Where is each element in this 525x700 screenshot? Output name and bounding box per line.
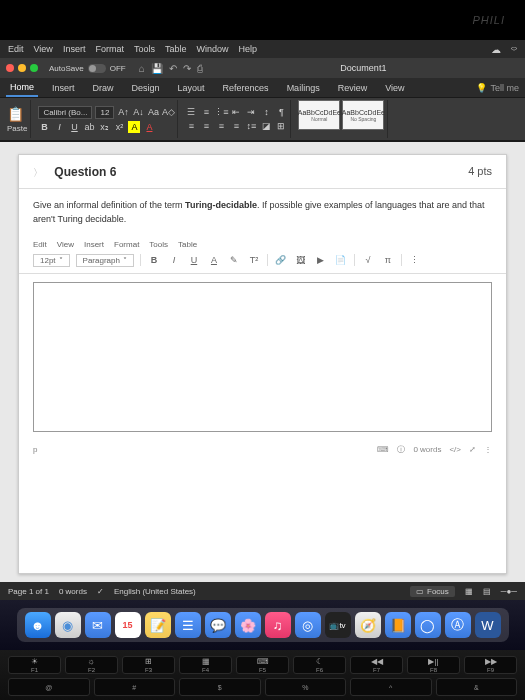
redo-icon[interactable]: ↷ [183,63,191,74]
indent-icon[interactable]: ⇥ [245,106,257,118]
collapse-chevron-icon[interactable]: 〉 [33,167,43,178]
embed-media-icon[interactable]: ▶ [314,253,328,267]
menu-format[interactable]: Format [95,44,124,54]
align-left-icon[interactable]: ≡ [185,120,197,132]
embed-super-icon[interactable]: T² [247,253,261,267]
menu-edit[interactable]: Edit [8,44,24,54]
dock-tv[interactable]: 📺tv [325,612,351,638]
clear-format-icon[interactable]: A◇ [162,106,174,118]
wifi-icon[interactable]: ⌔ [511,44,517,55]
embed-menu-format[interactable]: Format [114,240,139,249]
bold-icon[interactable]: B [38,121,50,133]
dock-safari[interactable]: ◉ [55,612,81,638]
menu-window[interactable]: Window [196,44,228,54]
spellcheck-icon[interactable]: ✓ [97,587,104,596]
zoom-slider[interactable]: ─●─ [501,587,517,596]
menu-view[interactable]: View [34,44,53,54]
dock-notes[interactable]: 📝 [145,612,171,638]
view-web-icon[interactable]: ▤ [483,587,491,596]
autosave-toggle[interactable]: AutoSave OFF [49,64,126,73]
shading-icon[interactable]: ◪ [260,120,272,132]
dock-messages[interactable]: 💬 [205,612,231,638]
key-f9[interactable]: ▶▶F9 [464,656,517,674]
key-f6[interactable]: ☾F6 [293,656,346,674]
underline-icon[interactable]: U [68,121,80,133]
tab-home[interactable]: Home [6,79,38,97]
tell-me-search[interactable]: 💡 Tell me [476,83,519,93]
key-f5[interactable]: ⌨F5 [236,656,289,674]
view-print-icon[interactable]: ▦ [465,587,473,596]
dock-safari2[interactable]: 🧭 [355,612,381,638]
dock-word[interactable]: W [475,612,501,638]
highlight-icon[interactable]: A [128,121,140,133]
embed-more-icon[interactable]: ⋮ [408,253,422,267]
menu-help[interactable]: Help [238,44,257,54]
dock-appstore[interactable]: Ⓐ [445,612,471,638]
tab-draw[interactable]: Draw [89,80,118,96]
key-at[interactable]: @ [8,678,90,696]
embed-math-icon[interactable]: √ [361,253,375,267]
key-f8[interactable]: ▶||F8 [407,656,460,674]
keyboard-icon[interactable]: ⌨ [377,445,389,454]
italic-icon[interactable]: I [53,121,65,133]
embed-menu-edit[interactable]: Edit [33,240,47,249]
dock-reminders[interactable]: ☰ [175,612,201,638]
sort-icon[interactable]: ↕ [260,106,272,118]
embed-bold-icon[interactable]: B [147,253,161,267]
language-status[interactable]: English (United States) [114,587,196,596]
dock-podcasts[interactable]: ◎ [295,612,321,638]
dock-books[interactable]: 📙 [385,612,411,638]
close-button[interactable] [6,64,14,72]
embed-menu-view[interactable]: View [57,240,74,249]
shrink-font-icon[interactable]: A↓ [132,106,144,118]
font-size-select[interactable]: 12 [95,106,114,119]
minimize-button[interactable] [18,64,26,72]
tab-mailings[interactable]: Mailings [283,80,324,96]
key-f7[interactable]: ◀◀F7 [350,656,403,674]
numbering-icon[interactable]: ≡ [200,106,212,118]
embed-highlight-icon[interactable]: ✎ [227,253,241,267]
embed-menu-table[interactable]: Table [178,240,197,249]
key-f4[interactable]: ▦F4 [179,656,232,674]
embed-fontsize[interactable]: 12pt ˅ [33,254,70,267]
page-indicator[interactable]: Page 1 of 1 [8,587,49,596]
justify-icon[interactable]: ≡ [230,120,242,132]
embed-italic-icon[interactable]: I [167,253,181,267]
key-percent[interactable]: % [265,678,347,696]
tab-layout[interactable]: Layout [174,80,209,96]
print-icon[interactable]: ⎙ [197,63,203,74]
embed-doc-icon[interactable]: 📄 [334,253,348,267]
fullscreen-icon[interactable]: ⤢ [469,445,476,454]
dock-music[interactable]: ♫ [265,612,291,638]
document-canvas[interactable]: 〉 Question 6 4 pts Give an informal defi… [0,142,525,582]
key-f2[interactable]: ☼F2 [65,656,118,674]
align-right-icon[interactable]: ≡ [215,120,227,132]
embed-style[interactable]: Paragraph ˅ [76,254,134,267]
bullets-icon[interactable]: ☰ [185,106,197,118]
dock-finder[interactable]: ☻ [25,612,51,638]
menu-tools[interactable]: Tools [134,44,155,54]
superscript-icon[interactable]: x² [113,121,125,133]
change-case-icon[interactable]: Aa [147,106,159,118]
multilevel-icon[interactable]: ⋮≡ [215,106,227,118]
dock-calendar[interactable]: 15 [115,612,141,638]
home-icon[interactable]: ⌂ [139,63,145,74]
more-footer-icon[interactable]: ⋮ [484,445,492,454]
key-hash[interactable]: # [94,678,176,696]
menu-table[interactable]: Table [165,44,187,54]
embed-underline-icon[interactable]: U [187,253,201,267]
tab-insert[interactable]: Insert [48,80,79,96]
tab-view[interactable]: View [381,80,408,96]
style-normal[interactable]: AaBbCcDdEe Normal [298,100,340,130]
pilcrow-icon[interactable]: ¶ [275,106,287,118]
paste-icon[interactable]: 📋 [7,106,27,122]
focus-mode-button[interactable]: ▭ Focus [410,586,455,597]
embed-menu-tools[interactable]: Tools [149,240,168,249]
embed-fontcolor-icon[interactable]: A [207,253,221,267]
style-nospacing[interactable]: AaBbCcDdEe No Spacing [342,100,384,130]
save-icon[interactable]: 💾 [151,63,163,74]
dock-app1[interactable]: ◯ [415,612,441,638]
key-amp[interactable]: & [436,678,518,696]
embed-eq-icon[interactable]: π [381,253,395,267]
key-caret[interactable]: ^ [350,678,432,696]
